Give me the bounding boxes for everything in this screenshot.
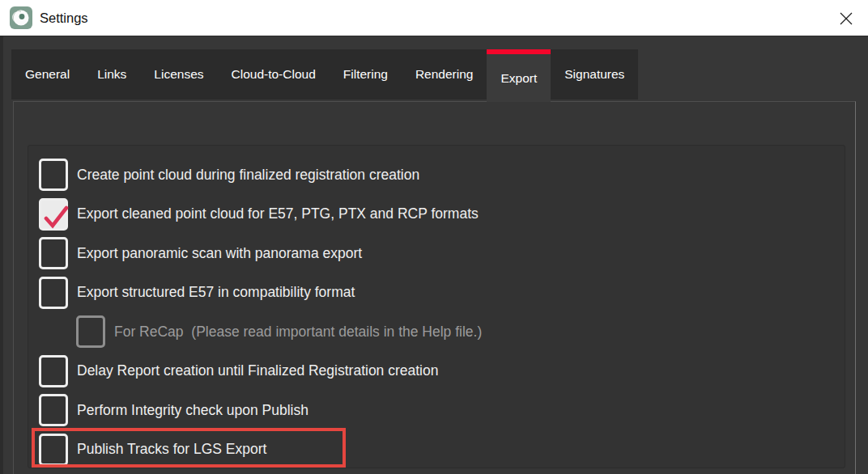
tab-label: Filtering [343, 67, 388, 82]
checkbox-delay-report-creation[interactable] [39, 355, 68, 387]
window-left-edge [0, 36, 3, 474]
tab-signatures[interactable]: Signatures [551, 49, 638, 99]
option-publish-tracks-lgs: Publish Tracks for LGS Export [39, 430, 845, 470]
option-create-point-cloud: Create point cloud during finalized regi… [39, 155, 845, 195]
option-export-panoramic-scan: Export panoramic scan with panorama expo… [39, 234, 845, 273]
title-bar: Settings [0, 0, 868, 36]
tab-links[interactable]: Links [83, 49, 140, 99]
option-label: Create point cloud during finalized regi… [77, 167, 419, 184]
checkbox-export-cleaned-point-cloud[interactable] [39, 198, 68, 231]
tab-export[interactable]: Export [487, 49, 551, 102]
checkbox-for-recap [76, 315, 105, 348]
tab-licenses[interactable]: Licenses [140, 49, 217, 99]
option-export-structured-e57: Export structured E57 in compatibility f… [39, 273, 845, 313]
tab-label: Links [97, 67, 126, 82]
tab-cloud-to-cloud[interactable]: Cloud-to-Cloud [218, 49, 330, 99]
tab-label: Signatures [564, 67, 624, 82]
option-label: Export cleaned point cloud for E57, PTG,… [77, 205, 479, 222]
option-perform-integrity-check: Perform Integrity check upon Publish [39, 391, 845, 430]
tab-general[interactable]: General [11, 49, 83, 99]
tab-label: Export [500, 71, 537, 86]
export-options-group: Create point cloud during finalized regi… [28, 145, 845, 468]
option-label: For ReCap (Please read important details… [114, 324, 482, 341]
window-title: Settings [40, 11, 88, 26]
option-label: Publish Tracks for LGS Export [77, 441, 266, 458]
option-label: Export structured E57 in compatibility f… [77, 284, 355, 301]
tab-label: Licenses [154, 67, 203, 82]
option-export-cleaned-point-cloud: Export cleaned point cloud for E57, PTG,… [39, 195, 845, 235]
option-label: Perform Integrity check upon Publish [77, 402, 308, 419]
cyclone-logo-icon [10, 6, 32, 29]
export-settings-panel: Create point cloud during finalized regi… [13, 101, 856, 474]
tab-rendering[interactable]: Rendering [402, 49, 487, 99]
checkbox-export-panoramic-scan[interactable] [39, 237, 68, 269]
checkbox-create-point-cloud[interactable] [39, 159, 68, 191]
option-label: Export panoramic scan with panorama expo… [77, 245, 362, 262]
option-delay-report-creation: Delay Report creation until Finalized Re… [39, 352, 845, 391]
option-label: Delay Report creation until Finalized Re… [77, 362, 438, 379]
checkmark-icon [40, 200, 72, 234]
option-for-recap: For ReCap (Please read important details… [76, 312, 845, 352]
settings-tab-bar: General Links Licenses Cloud-to-Cloud Fi… [11, 49, 638, 99]
close-button[interactable] [832, 6, 860, 32]
close-icon [838, 11, 854, 27]
tab-label: General [25, 67, 70, 82]
tab-label: Rendering [415, 67, 474, 82]
tab-label: Cloud-to-Cloud [232, 67, 316, 82]
checkbox-export-structured-e57[interactable] [39, 277, 68, 309]
checkbox-perform-integrity-check[interactable] [39, 394, 68, 426]
tab-filtering[interactable]: Filtering [330, 49, 402, 99]
checkbox-publish-tracks-lgs[interactable] [39, 434, 68, 466]
